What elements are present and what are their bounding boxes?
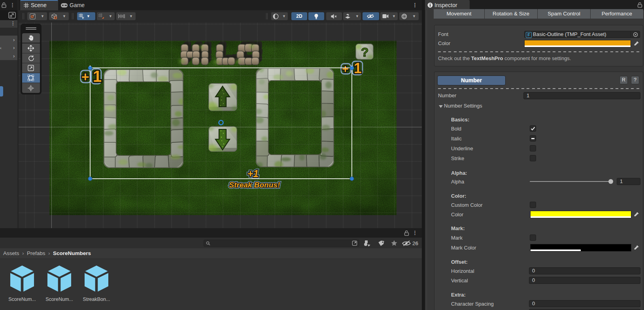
svg-text:Y: Y — [82, 16, 84, 19]
